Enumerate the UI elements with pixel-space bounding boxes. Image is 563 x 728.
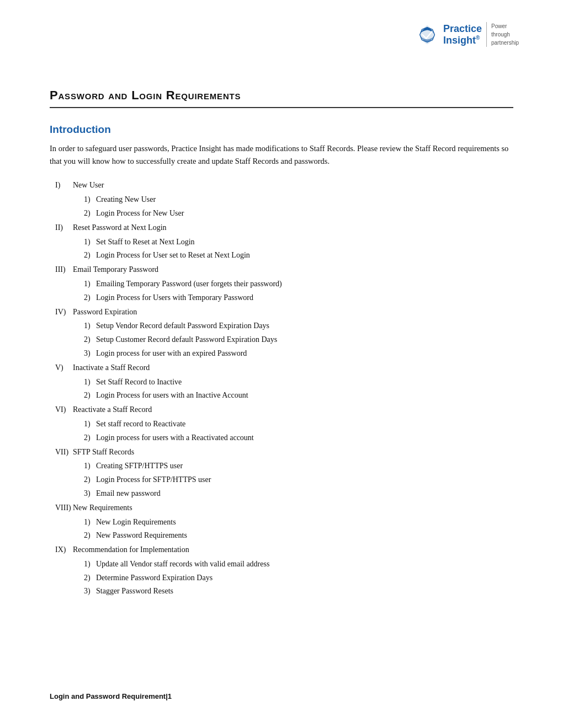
toc-item: 2)New Password Requirements	[84, 529, 513, 542]
logo-name-line1: Practice	[443, 23, 482, 35]
toc-section-3: III)Email Temporary Password1)Emailing T…	[55, 263, 513, 304]
logo-text-block: Practice Insight® Power through partners…	[443, 22, 519, 47]
toc-section-8: VIII)New Requirements1)New Login Require…	[55, 501, 513, 542]
toc-item: 1)Set Staff Record to Inactive	[84, 376, 513, 389]
logo-name-line2: Insight®	[443, 35, 482, 46]
toc-section-1: I)New User1)Creating New User2)Login Pro…	[55, 179, 513, 220]
toc-item: 1)Set Staff to Reset at Next Login	[84, 235, 513, 249]
toc-item: 1)Creating SFTP/HTTPS user	[84, 459, 513, 473]
introduction-section: Introduction In order to safeguard user …	[50, 124, 513, 168]
toc-item: 2)Setup Customer Record default Password…	[84, 333, 513, 346]
introduction-paragraph: In order to safeguard user passwords, Pr…	[50, 142, 513, 168]
toc-item: 3)Login process for user with an expired…	[84, 347, 513, 360]
footer: Login and Password Requirement|1	[50, 692, 513, 700]
toc-item: 2)Determine Password Expiration Days	[84, 571, 513, 585]
toc-item: 1)Creating New User	[84, 193, 513, 206]
toc-item: 3)Stagger Password Resets	[84, 585, 513, 598]
toc-item: 2)Login process for users with a Reactiv…	[84, 431, 513, 445]
practice-insight-logo-icon	[416, 23, 439, 46]
table-of-contents: I)New User1)Creating New User2)Login Pro…	[50, 179, 513, 598]
document-page: Practice Insight® Power through partners…	[0, 0, 563, 728]
toc-item: 1)New Login Requirements	[84, 516, 513, 529]
logo-tagline: Power through partnership	[486, 22, 519, 47]
header-logo: Practice Insight® Power through partners…	[416, 22, 519, 47]
toc-item: 2)Login Process for users with an Inacti…	[84, 389, 513, 402]
toc-section-6: VI)Reactivate a Staff Record1)Set staff …	[55, 403, 513, 444]
toc-item: 1)Emailing Temporary Password (user forg…	[84, 277, 513, 291]
toc-item: 1)Update all Vendor staff records with v…	[84, 558, 513, 571]
toc-item: 1)Setup Vendor Record default Password E…	[84, 319, 513, 333]
footer-text: Login and Password Requirement|1	[50, 692, 172, 700]
toc-section-7: VII)SFTP Staff Records1)Creating SFTP/HT…	[55, 446, 513, 500]
toc-section-5: V)Inactivate a Staff Record1)Set Staff R…	[55, 361, 513, 402]
title-divider	[50, 107, 513, 108]
toc-section-4: IV)Password Expiration1)Setup Vendor Rec…	[55, 306, 513, 360]
toc-item: 1)Set staff record to Reactivate	[84, 417, 513, 431]
toc-item: 2)Login Process for Users with Temporary…	[84, 291, 513, 304]
introduction-heading: Introduction	[50, 124, 513, 136]
toc-item: 2)Login Process for SFTP/HTTPS user	[84, 473, 513, 486]
toc-item: 2)Login Process for User set to Reset at…	[84, 249, 513, 262]
toc-section-2: II)Reset Password at Next Login1)Set Sta…	[55, 221, 513, 262]
page-title: Password and Login Requirements	[50, 88, 513, 103]
toc-item: 2)Login Process for New User	[84, 207, 513, 220]
toc-section-9: IX)Recommendation for Implementation1)Up…	[55, 543, 513, 598]
toc-item: 3)Email new password	[84, 487, 513, 500]
